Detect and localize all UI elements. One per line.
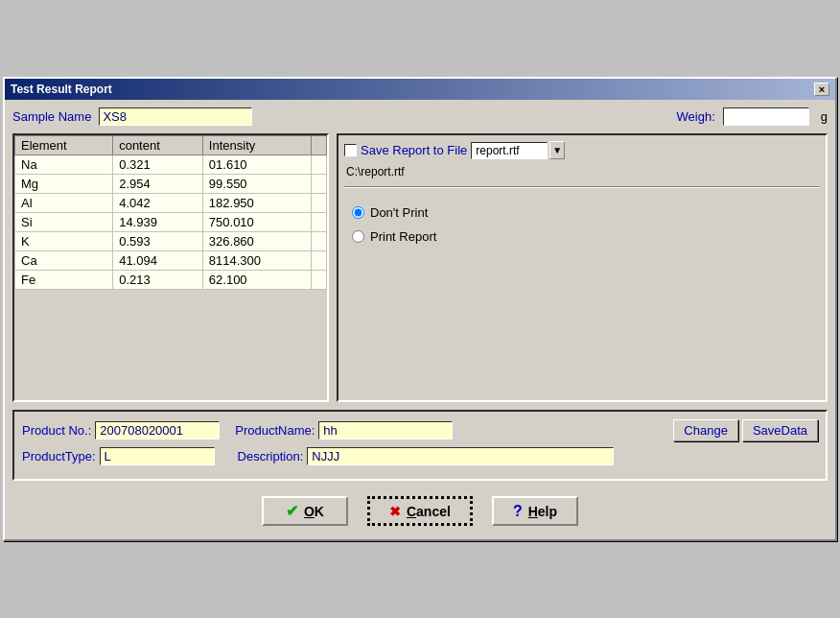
file-path-display: C:\report.rtf bbox=[344, 165, 820, 178]
help-label: Help bbox=[528, 504, 557, 519]
product-no-input[interactable] bbox=[95, 421, 220, 440]
col-intensity: Intensity bbox=[202, 136, 311, 155]
top-row: Sample Name Weigh: g bbox=[12, 107, 828, 126]
save-data-button[interactable]: SaveData bbox=[742, 419, 818, 441]
sample-name-label: Sample Name bbox=[12, 109, 91, 124]
weigh-input[interactable] bbox=[723, 107, 809, 126]
cell-element: Fe bbox=[15, 271, 113, 290]
description-label: Description: bbox=[238, 449, 304, 464]
radio-group: Don't Print Print Report bbox=[344, 205, 820, 244]
dropdown-arrow-icon[interactable]: ▼ bbox=[549, 141, 565, 159]
cell-element: K bbox=[15, 232, 113, 251]
save-report-row: Save Report to File report.rtf ▼ bbox=[344, 141, 820, 159]
cell-content: 0.321 bbox=[113, 155, 203, 175]
cell-content: 4.042 bbox=[113, 194, 203, 213]
divider bbox=[344, 186, 820, 188]
cell-spacer bbox=[312, 251, 327, 271]
cell-element: Al bbox=[15, 194, 113, 213]
product-type-label: ProductType: bbox=[22, 449, 96, 464]
cell-intensity: 01.610 bbox=[202, 155, 311, 175]
cell-content: 2.954 bbox=[113, 175, 203, 194]
save-report-label: Save Report to File bbox=[361, 143, 467, 157]
cell-spacer bbox=[312, 155, 327, 175]
cell-intensity: 182.950 bbox=[202, 194, 311, 213]
window-title: Test Result Report bbox=[11, 83, 112, 96]
col-element: Element bbox=[15, 136, 113, 155]
table-row: Al 4.042 182.950 bbox=[15, 194, 327, 213]
footer-buttons: ✔ OK ✖ Cancel ? Help bbox=[12, 490, 828, 532]
change-button[interactable]: Change bbox=[673, 419, 738, 441]
help-button[interactable]: ? Help bbox=[492, 496, 578, 526]
description-input[interactable] bbox=[307, 447, 614, 465]
right-panel: Save Report to File report.rtf ▼ C:\repo… bbox=[337, 133, 828, 402]
product-name-input[interactable] bbox=[318, 421, 453, 440]
close-button[interactable]: × bbox=[814, 83, 829, 96]
table-row: Mg 2.954 99.550 bbox=[15, 175, 327, 194]
radio-dont-print[interactable] bbox=[352, 206, 364, 219]
cell-intensity: 99.550 bbox=[202, 175, 311, 194]
file-dropdown-wrapper: report.rtf ▼ bbox=[471, 141, 565, 159]
main-window: Test Result Report × Sample Name Weigh: … bbox=[3, 77, 837, 541]
cell-content: 14.939 bbox=[113, 213, 203, 232]
cell-element: Si bbox=[15, 213, 113, 232]
table-row: Fe 0.213 62.100 bbox=[15, 271, 327, 290]
product-type-input[interactable] bbox=[100, 447, 215, 465]
sample-name-input[interactable] bbox=[99, 107, 252, 126]
radio-print-report-row: Print Report bbox=[352, 229, 820, 244]
fields-row-2: ProductType: Description: bbox=[22, 447, 818, 465]
fields-row-1: Product No.: ProductName: Change SaveDat… bbox=[22, 419, 818, 441]
table-row: Na 0.321 01.610 bbox=[15, 155, 327, 175]
weigh-label: Weigh: bbox=[677, 109, 715, 124]
help-icon: ? bbox=[513, 503, 523, 520]
save-report-checkbox[interactable] bbox=[344, 144, 357, 156]
table-row: K 0.593 326.860 bbox=[15, 232, 327, 251]
cell-spacer bbox=[312, 232, 327, 251]
weigh-unit: g bbox=[821, 109, 828, 124]
title-bar: Test Result Report × bbox=[5, 79, 835, 100]
radio-print-report[interactable] bbox=[352, 230, 364, 243]
col-content: content bbox=[113, 136, 203, 155]
main-area: Element content Intensity Na 0.321 01.61… bbox=[12, 133, 828, 402]
cell-intensity: 62.100 bbox=[202, 271, 311, 290]
cancel-label: Cancel bbox=[407, 504, 451, 519]
cancel-icon: ✖ bbox=[389, 504, 401, 519]
cell-intensity: 750.010 bbox=[202, 213, 311, 232]
ok-label: OK bbox=[304, 504, 324, 519]
data-table-container: Element content Intensity Na 0.321 01.61… bbox=[12, 133, 329, 402]
file-name-display: report.rtf bbox=[471, 142, 548, 159]
ok-button[interactable]: ✔ OK bbox=[262, 496, 348, 526]
cell-spacer bbox=[312, 194, 327, 213]
data-table: Element content Intensity Na 0.321 01.61… bbox=[14, 135, 327, 290]
bottom-fields: Product No.: ProductName: Change SaveDat… bbox=[12, 410, 828, 481]
ok-icon: ✔ bbox=[286, 502, 298, 520]
cell-element: Na bbox=[15, 155, 113, 175]
cell-element: Mg bbox=[15, 175, 113, 194]
cell-content: 0.213 bbox=[113, 271, 203, 290]
cell-spacer bbox=[312, 213, 327, 232]
product-no-label: Product No.: bbox=[22, 423, 91, 438]
cell-spacer bbox=[312, 175, 327, 194]
radio-print-report-label: Print Report bbox=[370, 229, 436, 244]
cell-content: 0.593 bbox=[113, 232, 203, 251]
col-scroll-header bbox=[312, 136, 327, 155]
cell-element: Ca bbox=[15, 251, 113, 271]
cell-spacer bbox=[312, 271, 327, 290]
cancel-button[interactable]: ✖ Cancel bbox=[367, 496, 473, 526]
cell-content: 41.094 bbox=[113, 251, 203, 271]
product-name-label: ProductName: bbox=[235, 423, 315, 438]
cell-intensity: 326.860 bbox=[202, 232, 311, 251]
cell-intensity: 8114.300 bbox=[202, 251, 311, 271]
radio-dont-print-row: Don't Print bbox=[352, 205, 820, 220]
radio-dont-print-label: Don't Print bbox=[370, 205, 428, 220]
table-row: Ca 41.094 8114.300 bbox=[15, 251, 327, 271]
table-row: Si 14.939 750.010 bbox=[15, 213, 327, 232]
